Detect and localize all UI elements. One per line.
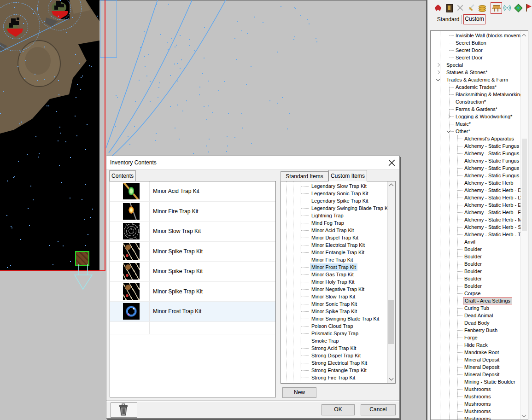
encounter-icon[interactable] bbox=[456, 4, 464, 12]
palette-item[interactable]: Alchemy - Static Herb - M bbox=[431, 216, 521, 223]
tab-standard[interactable]: Standard bbox=[434, 15, 462, 24]
inventory-row[interactable]: Minor Acid Trap Kit bbox=[110, 181, 275, 202]
palette-item[interactable]: Mushrooms bbox=[431, 408, 521, 415]
creature-marker[interactable] bbox=[5, 17, 27, 38]
palette-item[interactable]: Mineral Deposit bbox=[431, 356, 521, 363]
tree-item[interactable]: Legendary Sonic Trap Kit bbox=[281, 190, 388, 197]
palette-item[interactable]: Boulder bbox=[431, 282, 521, 290]
tree-item[interactable]: Legendary Swinging Blade Trap Kit bbox=[281, 204, 388, 212]
palette-item[interactable]: Mandrake Root bbox=[431, 349, 521, 356]
delete-button[interactable] bbox=[111, 402, 137, 418]
inventory-row[interactable]: Minor Spike Trap Kit bbox=[110, 242, 275, 262]
palette-tree[interactable]: Invisible Wall (blocks moveme Secret But… bbox=[430, 30, 528, 420]
palette-item[interactable]: Alchemy - Static Herb - Tr bbox=[431, 231, 521, 238]
palette-item[interactable]: Alchemy - Static Fungus - bbox=[431, 150, 521, 157]
palette-item[interactable]: Boulder bbox=[431, 260, 521, 268]
scrollbar-thumb[interactable] bbox=[388, 300, 394, 344]
tree-item[interactable]: Minor Holy Trap Kit bbox=[281, 278, 388, 286]
tab-custom[interactable]: Custom bbox=[463, 14, 485, 24]
tree-item[interactable]: Minor Spike Trap Kit bbox=[281, 308, 388, 315]
tree-item[interactable]: Strong Fire Trap Kit bbox=[281, 374, 388, 381]
scroll-down-button[interactable] bbox=[388, 375, 395, 383]
tree-item[interactable]: Mind Fog Trap bbox=[281, 219, 388, 227]
palette-item[interactable]: Special bbox=[431, 61, 521, 69]
tree-item[interactable]: Prismatic Spray Trap bbox=[281, 330, 388, 337]
scroll-up-icon[interactable] bbox=[522, 34, 526, 39]
palette-item[interactable]: Dead Body bbox=[431, 319, 521, 327]
cancel-button[interactable]: Cancel bbox=[361, 404, 396, 415]
door-icon[interactable] bbox=[445, 4, 453, 12]
palette-item[interactable]: Logging & Woodworking* bbox=[431, 113, 521, 120]
palette-item[interactable]: Alchemy - Static Herb - Fi bbox=[431, 209, 521, 216]
palette-item[interactable]: Mineral Deposit bbox=[431, 363, 521, 371]
tree-item[interactable]: Minor Gas Trap Kit bbox=[281, 271, 388, 278]
palette-item[interactable]: Mushrooms bbox=[431, 385, 521, 393]
palette-item[interactable]: Secret Door bbox=[431, 47, 521, 54]
palette-item[interactable]: Trades & Academic & Farm bbox=[431, 76, 521, 83]
tree-scrollbar[interactable] bbox=[387, 181, 395, 383]
palette-item[interactable]: Boulder bbox=[431, 245, 521, 253]
waypoint-icon[interactable] bbox=[514, 4, 522, 12]
coins-icon[interactable] bbox=[478, 4, 486, 12]
inventory-row[interactable]: Minor Frost Trap Kit bbox=[110, 302, 275, 322]
tree-item[interactable]: Legendary Slow Trap Kit bbox=[281, 182, 388, 190]
inventory-row[interactable]: Minor Fire Trap Kit bbox=[110, 202, 275, 222]
palette-item[interactable]: Anvil bbox=[431, 238, 521, 245]
expand-arrow-icon[interactable] bbox=[447, 115, 450, 118]
palette-item[interactable]: Boulder bbox=[431, 275, 521, 282]
palette-item[interactable]: Alchemy - Static Fungus bbox=[431, 142, 521, 150]
palette-item[interactable]: Music* bbox=[431, 120, 521, 128]
palette-item[interactable]: Alchemy - Static Herb bbox=[431, 179, 521, 187]
new-button[interactable]: New bbox=[282, 387, 316, 398]
palette-item[interactable]: Secret Door bbox=[431, 54, 521, 61]
expand-arrow-icon[interactable] bbox=[436, 77, 440, 81]
ok-button[interactable]: OK bbox=[322, 404, 355, 415]
inventory-row[interactable]: Minor Spike Trap Kit bbox=[110, 282, 275, 302]
close-icon[interactable] bbox=[388, 159, 395, 166]
palette-item[interactable]: Hide Rack bbox=[431, 341, 521, 349]
expand-arrow-icon[interactable] bbox=[436, 70, 440, 74]
tab-contents[interactable]: Contents bbox=[109, 170, 136, 181]
palette-scrollbar[interactable] bbox=[520, 31, 528, 420]
palette-item[interactable]: Academic Trades* bbox=[431, 83, 521, 91]
tree-item[interactable]: Smoke Trap bbox=[281, 337, 388, 344]
palette-item[interactable]: Boulder bbox=[431, 253, 521, 260]
creature-marker[interactable] bbox=[49, 0, 70, 19]
flag-icon[interactable] bbox=[524, 4, 532, 12]
palette-item[interactable]: Mushrooms bbox=[431, 415, 521, 420]
expand-arrow-icon[interactable] bbox=[447, 129, 450, 133]
tree-item[interactable]: Minor Entangle Trap Kit bbox=[281, 249, 388, 256]
palette-item[interactable]: Curing Tub bbox=[431, 304, 521, 312]
palette-item[interactable]: Boulder bbox=[431, 268, 521, 275]
palette-item[interactable]: Blacksmithing & Metalworking bbox=[431, 91, 521, 98]
tree-item[interactable]: Lightning Trap bbox=[281, 212, 388, 219]
palette-item[interactable]: Alchemy - Static Fungus - bbox=[431, 157, 521, 164]
scroll-up-button[interactable] bbox=[388, 181, 395, 189]
palette-item[interactable]: Corpse bbox=[431, 290, 521, 297]
tree-item[interactable]: Minor Acid Trap Kit bbox=[281, 227, 388, 234]
tree-item[interactable]: Minor Dispel Trap Kit bbox=[281, 234, 388, 241]
tree-item[interactable]: Legendary Spike Trap Kit bbox=[281, 197, 388, 204]
palette-item[interactable]: Other* bbox=[431, 128, 521, 135]
palette-item[interactable]: Craft - Area Settings bbox=[431, 297, 521, 304]
dialog-titlebar[interactable]: Inventory Contents bbox=[106, 156, 399, 169]
palette-item[interactable]: Alchemy - Static Fungus - bbox=[431, 172, 521, 179]
tree-item[interactable]: Minor Swinging Blade Trap Kit bbox=[281, 315, 388, 322]
tree-item[interactable]: Minor Frost Trap Kit bbox=[281, 263, 388, 271]
scrollbar-thumb[interactable] bbox=[522, 139, 527, 231]
inventory-row[interactable]: Minor Slow Trap Kit bbox=[110, 222, 275, 242]
inventory-row[interactable]: Minor Spike Trap Kit bbox=[110, 262, 275, 282]
palette-item[interactable]: Alchemy - Static Herb - D bbox=[431, 194, 521, 201]
tab-standard-items[interactable]: Standard Items bbox=[281, 171, 328, 181]
palette-item[interactable]: Secret Button bbox=[431, 39, 521, 47]
expand-arrow-icon[interactable] bbox=[436, 63, 440, 67]
area-map-viewport[interactable] bbox=[0, 0, 99, 271]
palette-item[interactable]: Invisible Wall (blocks moveme bbox=[431, 32, 521, 39]
inventory-list[interactable]: Minor Acid Trap Kit Minor Fire Trap Kit … bbox=[110, 181, 276, 397]
creature-icon[interactable] bbox=[434, 4, 442, 12]
palette-item[interactable]: Fenberry Bush bbox=[431, 327, 521, 334]
tab-custom-items[interactable]: Custom Items bbox=[328, 170, 367, 181]
palette-item[interactable]: Mushrooms bbox=[431, 393, 521, 400]
tree-item[interactable]: Strong Acid Trap Kit bbox=[281, 344, 388, 352]
tree-item[interactable]: Poison Cloud Trap bbox=[281, 322, 388, 330]
